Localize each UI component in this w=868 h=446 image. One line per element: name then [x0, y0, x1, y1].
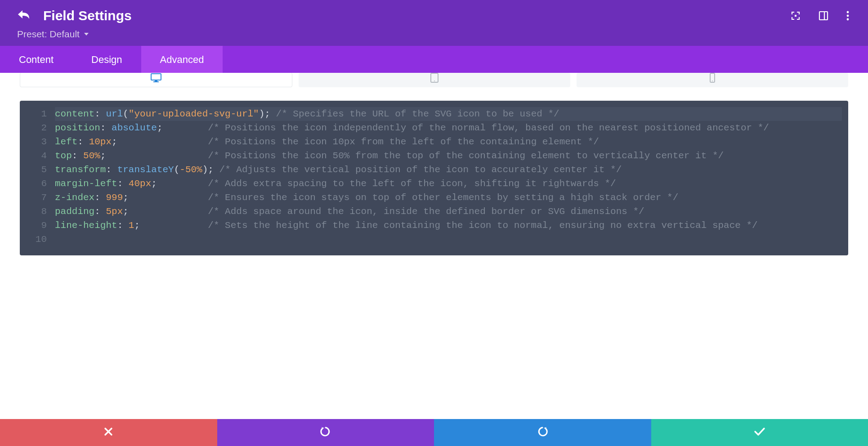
line-number: 7 [20, 191, 55, 205]
code-line[interactable]: 7z-index: 999; /* Ensures the icon stays… [20, 191, 842, 205]
svg-rect-1 [819, 12, 828, 20]
more-menu-icon[interactable] [846, 11, 849, 21]
code-line[interactable]: 1content: url("your-uploaded-svg-url"); … [20, 107, 842, 121]
code-line[interactable]: 4top: 50%; /* Positions the icon 50% fro… [20, 149, 842, 163]
line-number: 2 [20, 121, 55, 135]
code-line[interactable]: 6margin-left: 40px; /* Adds extra spacin… [20, 177, 842, 191]
line-number: 4 [20, 149, 55, 163]
line-number: 1 [20, 107, 55, 121]
tab-design[interactable]: Design [72, 46, 141, 74]
custom-css-editor[interactable]: 1content: url("your-uploaded-svg-url"); … [20, 101, 848, 255]
code-content[interactable]: line-height: 1; /* Sets the height of th… [55, 219, 842, 232]
responsive-device-row [20, 73, 848, 87]
svg-rect-7 [155, 80, 157, 81]
line-number: 8 [20, 205, 55, 219]
preset-selector[interactable]: Preset: Default [17, 29, 851, 46]
code-content[interactable]: z-index: 999; /* Ensures the icon stays … [55, 191, 842, 205]
check-icon [754, 427, 765, 438]
svg-point-5 [847, 18, 849, 21]
line-number: 3 [20, 135, 55, 149]
svg-rect-0 [795, 15, 796, 17]
panel-icon[interactable] [819, 11, 828, 21]
desktop-icon [151, 73, 161, 84]
line-number: 5 [20, 163, 55, 177]
line-number: 6 [20, 177, 55, 191]
device-desktop[interactable] [20, 73, 292, 87]
device-phone[interactable] [577, 73, 848, 87]
code-line[interactable]: 10 [20, 232, 842, 246]
svg-point-3 [847, 11, 849, 13]
device-tablet[interactable] [299, 73, 570, 87]
settings-header: Field Settings Preset: D [0, 0, 868, 46]
redo-icon [537, 426, 548, 439]
code-content[interactable]: content: url("your-uploaded-svg-url"); /… [55, 107, 842, 121]
redo-button[interactable] [434, 419, 651, 446]
code-line[interactable]: 5transform: translateY(-50%); /* Adjusts… [20, 163, 842, 177]
undo-icon [320, 426, 331, 439]
undo-button[interactable] [217, 419, 434, 446]
chevron-down-icon [84, 33, 89, 36]
tablet-icon [430, 73, 438, 85]
code-line[interactable]: 2position: absolute; /* Positions the ic… [20, 121, 842, 135]
code-content[interactable] [55, 232, 842, 246]
code-content[interactable]: padding: 5px; /* Adds space around the i… [55, 205, 842, 219]
close-icon [104, 427, 113, 438]
cancel-button[interactable] [0, 419, 217, 446]
save-button[interactable] [651, 419, 868, 446]
settings-tabs: Content Design Advanced [0, 46, 868, 74]
svg-point-12 [712, 80, 713, 81]
tab-content[interactable]: Content [0, 46, 72, 74]
page-title: Field Settings [43, 8, 132, 23]
code-content[interactable]: transform: translateY(-50%); /* Adjusts … [55, 163, 842, 177]
tab-advanced[interactable]: Advanced [141, 46, 223, 74]
phone-icon [710, 73, 715, 85]
line-number: 10 [20, 232, 55, 246]
code-content[interactable]: margin-left: 40px; /* Adds extra spacing… [55, 177, 842, 191]
back-icon[interactable] [17, 9, 31, 22]
line-number: 9 [20, 219, 55, 232]
code-line[interactable]: 9line-height: 1; /* Sets the height of t… [20, 219, 842, 232]
svg-rect-6 [151, 74, 161, 80]
svg-rect-8 [153, 81, 159, 82]
expand-icon[interactable] [791, 11, 801, 21]
action-footer [0, 419, 868, 446]
code-content[interactable]: left: 10px; /* Positions the icon 10px f… [55, 135, 842, 149]
svg-point-4 [847, 15, 849, 17]
code-content[interactable]: position: absolute; /* Positions the ico… [55, 121, 842, 135]
svg-point-10 [434, 80, 435, 81]
code-line[interactable]: 8padding: 5px; /* Adds space around the … [20, 205, 842, 219]
code-line[interactable]: 3left: 10px; /* Positions the icon 10px … [20, 135, 842, 149]
preset-label: Preset: Default [17, 29, 80, 40]
code-content[interactable]: top: 50%; /* Positions the icon 50% from… [55, 149, 842, 163]
